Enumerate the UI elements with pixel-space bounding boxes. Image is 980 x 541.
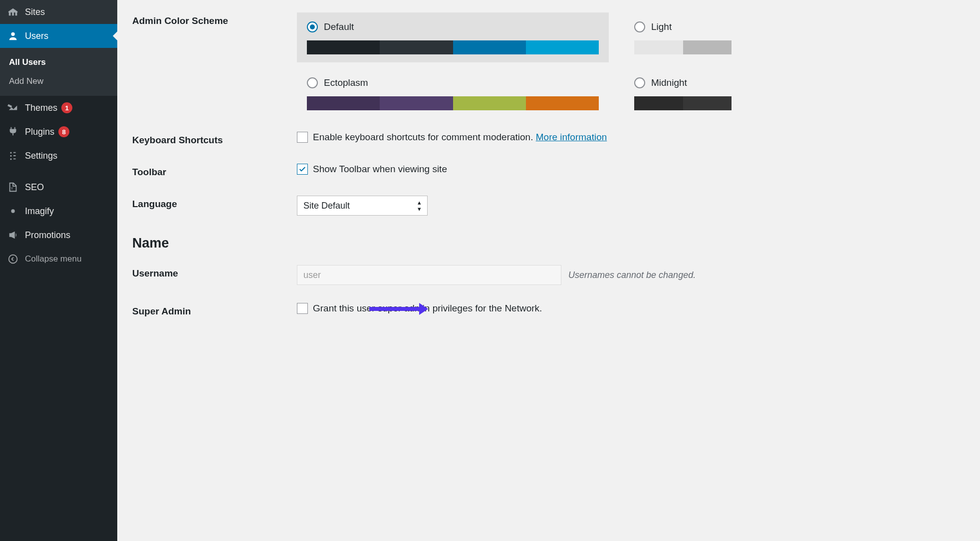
scheme-option-ectoplasm[interactable]: Ectoplasm bbox=[297, 77, 609, 110]
svg-text:Y: Y bbox=[10, 186, 13, 191]
scheme-swatches bbox=[307, 40, 599, 54]
name-heading: Name bbox=[132, 225, 965, 256]
arrow-annotation bbox=[369, 303, 428, 315]
svg-point-3 bbox=[9, 255, 17, 264]
themes-icon bbox=[7, 102, 19, 114]
username-label: Username bbox=[132, 265, 297, 279]
sidebar-item-promotions[interactable]: Promotions bbox=[0, 223, 117, 247]
settings-icon bbox=[7, 150, 19, 162]
scheme-radio-midnight[interactable] bbox=[634, 77, 645, 88]
sidebar-item-label: Themes bbox=[25, 103, 57, 113]
scheme-radio-light[interactable] bbox=[634, 21, 645, 32]
scheme-swatches bbox=[634, 96, 732, 110]
sidebar-item-sites[interactable]: Sites bbox=[0, 0, 117, 24]
submenu-item-all-users[interactable]: All Users bbox=[0, 53, 117, 72]
scheme-name: Light bbox=[651, 21, 672, 32]
imagify-icon bbox=[7, 205, 19, 217]
scheme-radio-default[interactable] bbox=[307, 21, 318, 32]
collapse-label: Collapse menu bbox=[25, 254, 81, 264]
main-content: Admin Color Scheme Default bbox=[117, 0, 980, 541]
language-label: Language bbox=[132, 196, 297, 210]
sidebar-item-imagify[interactable]: Imagify bbox=[0, 199, 117, 223]
users-icon bbox=[7, 30, 19, 42]
admin-sidebar: Sites Users All Users Add New Themes 1 P… bbox=[0, 0, 117, 541]
sidebar-item-label: Promotions bbox=[25, 230, 70, 241]
superadmin-checkbox[interactable] bbox=[297, 303, 308, 314]
sidebar-item-label: Imagify bbox=[25, 206, 54, 217]
language-select[interactable]: Site Default ▴▾ bbox=[297, 196, 428, 216]
promotions-icon bbox=[7, 229, 19, 241]
sidebar-submenu-users: All Users Add New bbox=[0, 48, 117, 96]
kbd-more-info-link[interactable]: More information bbox=[536, 132, 607, 143]
submenu-item-add-new[interactable]: Add New bbox=[0, 72, 117, 91]
sidebar-item-plugins[interactable]: Plugins 8 bbox=[0, 120, 117, 144]
sidebar-item-label: Plugins bbox=[25, 127, 54, 137]
scheme-name: Ectoplasm bbox=[324, 77, 368, 88]
collapse-menu-button[interactable]: Collapse menu bbox=[0, 247, 117, 271]
plugins-icon bbox=[7, 126, 19, 138]
collapse-icon bbox=[7, 253, 19, 265]
language-value: Site Default bbox=[303, 201, 350, 211]
scheme-name: Default bbox=[324, 21, 354, 32]
update-badge: 8 bbox=[58, 126, 69, 137]
username-hint: Usernames cannot be changed. bbox=[568, 270, 696, 280]
scheme-option-midnight[interactable]: Midnight bbox=[626, 77, 741, 110]
toolbar-label: Toolbar bbox=[132, 164, 297, 178]
scheme-option-light[interactable]: Light bbox=[626, 12, 741, 62]
svg-point-2 bbox=[11, 209, 14, 213]
seo-icon: Y bbox=[7, 181, 19, 193]
scheme-radio-ectoplasm[interactable] bbox=[307, 77, 318, 88]
sidebar-item-label: SEO bbox=[25, 182, 44, 193]
toolbar-checkbox[interactable] bbox=[297, 164, 308, 175]
toolbar-checkbox-label: Show Toolbar when viewing site bbox=[313, 164, 447, 175]
sidebar-item-label: Sites bbox=[25, 7, 45, 17]
superadmin-label: Super Admin bbox=[132, 303, 297, 317]
update-badge: 1 bbox=[61, 102, 72, 113]
sidebar-item-label: Users bbox=[25, 31, 48, 41]
username-input bbox=[297, 265, 561, 285]
svg-point-0 bbox=[11, 32, 14, 36]
sidebar-item-label: Settings bbox=[25, 151, 57, 161]
scheme-swatches bbox=[634, 40, 732, 54]
sidebar-item-settings[interactable]: Settings bbox=[0, 144, 117, 168]
sidebar-item-seo[interactable]: Y SEO bbox=[0, 175, 117, 199]
sidebar-item-themes[interactable]: Themes 1 bbox=[0, 96, 117, 120]
username-field: Usernames cannot be changed. bbox=[297, 265, 965, 285]
sites-icon bbox=[7, 6, 19, 18]
color-scheme-label: Admin Color Scheme bbox=[132, 12, 297, 26]
color-scheme-field: Default Ectoplasm bbox=[297, 12, 965, 110]
sidebar-item-users[interactable]: Users bbox=[0, 24, 117, 48]
keyboard-shortcuts-field: Enable keyboard shortcuts for comment mo… bbox=[297, 132, 965, 143]
kbd-checkbox-label: Enable keyboard shortcuts for comment mo… bbox=[313, 132, 533, 143]
keyboard-shortcuts-label: Keyboard Shortcuts bbox=[132, 132, 297, 146]
kbd-checkbox[interactable] bbox=[297, 132, 308, 143]
language-field: Site Default ▴▾ bbox=[297, 196, 965, 216]
scheme-swatches bbox=[307, 96, 599, 110]
chevron-updown-icon: ▴▾ bbox=[418, 199, 421, 212]
scheme-option-default[interactable]: Default bbox=[297, 12, 609, 62]
toolbar-field: Show Toolbar when viewing site bbox=[297, 164, 965, 175]
scheme-name: Midnight bbox=[651, 77, 687, 88]
